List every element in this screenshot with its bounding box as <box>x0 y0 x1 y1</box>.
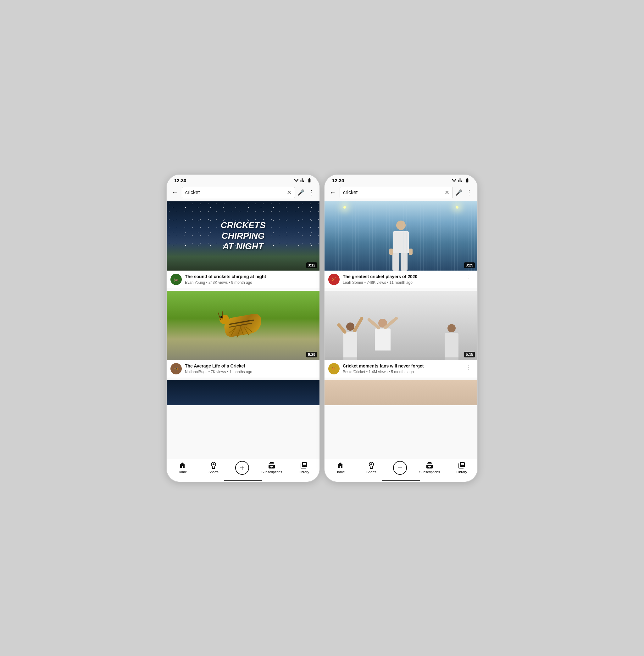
search-input-wrap-left[interactable]: cricket ✕ <box>182 187 295 198</box>
thumbnail-1: CRICKETSCHIRPINGAT NIGHT 3:12 <box>167 201 320 270</box>
video-meta-3: The greatest cricket players of 2020 Lea… <box>343 274 461 285</box>
search-mic-right[interactable]: 🎤 <box>455 189 462 196</box>
status-icons-right <box>452 178 470 183</box>
search-text-left: cricket <box>185 190 284 195</box>
video-meta-2: The Average Life of a Cricket NationalBu… <box>185 363 303 374</box>
nav-home-left[interactable]: Home <box>173 462 192 474</box>
video-info-1: 🦗 The sound of crickets chirping at nigh… <box>167 270 320 288</box>
thumbnail-3: 3:25 <box>324 201 477 270</box>
video-more-2[interactable]: ⋮ <box>306 363 316 371</box>
video-title-4: Cricket moments fans will never forget <box>343 363 461 369</box>
duration-badge-3: 3:25 <box>464 262 475 268</box>
video-info-4: 🏏 Cricket moments fans will never forget… <box>324 360 477 377</box>
battery-icon <box>307 178 312 183</box>
battery-icon-right <box>465 178 470 183</box>
search-clear-right[interactable]: ✕ <box>445 189 450 196</box>
video-title-2: The Average Life of a Cricket <box>185 363 303 369</box>
content-left: CRICKETSCHIRPINGAT NIGHT 3:12 🦗 The soun… <box>167 201 320 458</box>
nav-add-right[interactable]: + <box>393 461 407 475</box>
video-meta-4: Cricket moments fans will never forget B… <box>343 363 461 374</box>
bottom-nav-right: Home Shorts + Subscriptions Library <box>324 458 477 480</box>
nav-subscriptions-left[interactable]: Subscriptions <box>261 462 282 474</box>
nav-subscriptions-right[interactable]: Subscriptions <box>419 462 440 474</box>
video-info-2: 🦋 The Average Life of a Cricket National… <box>167 360 320 377</box>
thumbnail-partial-left <box>167 380 320 405</box>
video-card-partial-left <box>167 380 320 405</box>
video-card-partial-right <box>324 380 477 405</box>
status-time-right: 12:30 <box>332 178 344 183</box>
search-clear-left[interactable]: ✕ <box>287 189 292 196</box>
wifi-icon <box>294 178 299 183</box>
thumb-night-bg: CRICKETSCHIRPINGAT NIGHT <box>167 201 320 270</box>
search-more-right[interactable]: ⋮ <box>465 188 474 198</box>
status-icons-left <box>294 178 312 183</box>
search-input-wrap-right[interactable]: cricket ✕ <box>340 187 453 198</box>
video-card-1[interactable]: CRICKETSCHIRPINGAT NIGHT 3:12 🦗 The soun… <box>167 201 320 288</box>
shorts-icon-right <box>368 462 375 469</box>
bottom-nav-left: Home Shorts + Subscriptions Library <box>167 458 320 480</box>
avatar-3: 🏏 <box>328 274 340 285</box>
duration-badge-2: 6:29 <box>306 352 317 357</box>
video-card-2[interactable]: 6:29 🦋 The Average Life of a Cricket Nat… <box>167 291 320 377</box>
shorts-icon-left <box>210 462 217 469</box>
avatar-2: 🦋 <box>170 363 182 374</box>
insect-illustration <box>212 303 275 347</box>
wifi-icon-right <box>452 178 457 183</box>
home-indicator-left <box>167 480 320 482</box>
video-meta-1: The sound of crickets chirping at night … <box>185 274 303 285</box>
home-icon-left <box>179 462 186 469</box>
search-bar-left: ← cricket ✕ 🎤 ⋮ <box>167 185 320 201</box>
thumb-insect-bg <box>167 291 320 360</box>
video-card-3[interactable]: 3:25 🏏 The greatest cricket players of 2… <box>324 201 477 288</box>
subscriptions-icon-left <box>268 462 275 469</box>
status-time-left: 12:30 <box>174 178 186 183</box>
subscriptions-icon-right <box>426 462 433 469</box>
back-button-left[interactable]: ← <box>170 188 179 197</box>
video-sub-4: BestofCricket • 1.4M views • 5 months ag… <box>343 370 461 374</box>
nav-home-right[interactable]: Home <box>331 462 350 474</box>
home-indicator-right <box>324 480 477 482</box>
search-text-right: cricket <box>343 190 442 195</box>
phone-left: 12:30 ← cricket ✕ 🎤 ⋮ CRICKETSCHIRPINGAT… <box>166 174 320 482</box>
search-mic-left[interactable]: 🎤 <box>297 189 304 196</box>
night-text: CRICKETSCHIRPINGAT NIGHT <box>221 220 266 252</box>
nav-shorts-left[interactable]: Shorts <box>204 462 223 474</box>
status-bar-right: 12:30 <box>324 175 477 185</box>
phone-right: 12:30 ← cricket ✕ 🎤 ⋮ <box>324 174 478 482</box>
video-card-4[interactable]: 5:15 🏏 Cricket moments fans will never f… <box>324 291 477 377</box>
video-title-3: The greatest cricket players of 2020 <box>343 274 461 279</box>
duration-badge-1: 3:12 <box>306 262 317 268</box>
signal-icon <box>300 178 305 183</box>
library-icon-right <box>458 462 465 469</box>
video-more-4[interactable]: ⋮ <box>464 363 474 371</box>
video-sub-1: Evan Young • 243K views • 9 month ago <box>185 280 303 285</box>
content-right: 3:25 🏏 The greatest cricket players of 2… <box>324 201 477 458</box>
thumb-player-bg <box>324 201 477 270</box>
video-sub-2: NationalBugs • 7K views • 1 months ago <box>185 370 303 374</box>
search-bar-right: ← cricket ✕ 🎤 ⋮ <box>324 185 477 201</box>
thumbnail-partial-right <box>324 380 477 405</box>
back-button-right[interactable]: ← <box>328 188 337 197</box>
video-more-1[interactable]: ⋮ <box>306 274 316 282</box>
duration-badge-4: 5:15 <box>464 352 475 357</box>
library-icon-left <box>300 462 307 469</box>
thumbnail-4: 5:15 <box>324 291 477 360</box>
thumb-celebration-bg <box>324 291 477 360</box>
nav-add-left[interactable]: + <box>235 461 249 475</box>
video-info-3: 🏏 The greatest cricket players of 2020 L… <box>324 270 477 288</box>
nav-library-left[interactable]: Library <box>294 462 313 474</box>
home-bar-left <box>224 480 262 481</box>
video-title-1: The sound of crickets chirping at night <box>185 274 303 279</box>
nav-library-right[interactable]: Library <box>452 462 471 474</box>
signal-icon-right <box>458 178 463 183</box>
video-more-3[interactable]: ⋮ <box>464 274 474 282</box>
avatar-4: 🏏 <box>328 363 340 374</box>
video-sub-3: Leah Somer • 748K views • 11 month ago <box>343 280 461 285</box>
status-bar-left: 12:30 <box>167 175 320 185</box>
search-more-left[interactable]: ⋮ <box>307 188 316 198</box>
svg-point-1 <box>371 464 372 465</box>
thumbnail-2: 6:29 <box>167 291 320 360</box>
nav-shorts-right[interactable]: Shorts <box>362 462 381 474</box>
home-icon-right <box>337 462 344 469</box>
svg-point-0 <box>213 464 214 465</box>
